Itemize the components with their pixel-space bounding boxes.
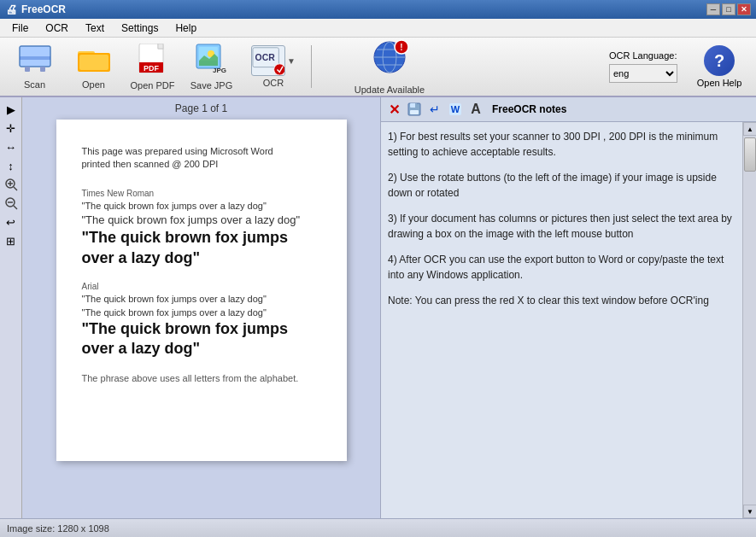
notes-save-button[interactable]	[405, 100, 424, 119]
svg-rect-6	[79, 55, 108, 70]
scan-icon	[18, 44, 52, 78]
help-button[interactable]: ? Open Help	[689, 41, 749, 92]
notes-title: FreeOCR notes	[487, 103, 571, 115]
notes-main: 1) For best results set your scanner to …	[381, 122, 742, 518]
notes-scrollbar[interactable]: ▲ ▼	[742, 122, 756, 518]
save-jpg-icon: JPG	[196, 44, 228, 79]
doc-arial-small2: "The quick brown fox jumps over a lazy d…	[82, 306, 321, 319]
tool-zoom-in[interactable]	[3, 176, 20, 193]
title-left: 🖨 FreeOCR	[5, 3, 66, 16]
doc-times-medium: "The quick brown fox jumps over a lazy d…	[82, 213, 321, 228]
open-pdf-icon: PDF	[138, 44, 168, 79]
notes-item-0: 1) For best results set your scanner to …	[388, 129, 735, 160]
svg-rect-36	[410, 110, 419, 114]
open-folder-icon	[78, 44, 110, 78]
svg-point-18	[274, 64, 284, 75]
svg-rect-3	[40, 67, 45, 72]
open-pdf-label: Open PDF	[131, 80, 175, 90]
menu-bar: File OCR Text Settings Help	[0, 19, 756, 38]
menu-text[interactable]: Text	[77, 20, 113, 36]
doc-font-arial: Arial	[82, 282, 321, 291]
doc-intro: This page was prepared using Microsoft W…	[82, 145, 321, 172]
doc-times-large: "The quick brown fox jumps over a lazy d…	[82, 228, 321, 268]
page-label: Page 1 of 1	[22, 97, 380, 120]
status-text: Image size: 1280 x 1098	[7, 523, 109, 534]
menu-help[interactable]: Help	[167, 20, 205, 36]
ocr-button[interactable]: OCR ▼ OCR	[243, 41, 304, 92]
notes-clear-button[interactable]: ✕	[384, 100, 403, 119]
app-title: FreeOCR	[21, 3, 66, 15]
language-label: OCR Language:	[609, 50, 677, 61]
tool-fit-height[interactable]: ↕	[3, 157, 20, 174]
minimize-button[interactable]: ─	[706, 3, 720, 15]
title-bar: 🖨 FreeOCR ─ □ ✕	[0, 0, 756, 19]
ocr-dropdown-arrow[interactable]: ▼	[287, 56, 296, 66]
notes-word-button[interactable]: W	[446, 100, 465, 119]
save-jpg-button[interactable]: JPG Save JPG	[184, 41, 239, 92]
ocr-icon: OCR	[251, 45, 285, 76]
svg-rect-1	[20, 56, 50, 60]
left-tools: ▶ ✛ ↔ ↕ ↩ ⊞	[0, 97, 22, 518]
scrollbar-thumb[interactable]	[744, 137, 756, 172]
tool-add[interactable]: ✛	[3, 120, 20, 137]
menu-ocr[interactable]: OCR	[37, 20, 77, 36]
notes-export-button[interactable]: ↵	[425, 100, 444, 119]
update-globe-icon: !	[371, 38, 408, 83]
svg-text:OCR: OCR	[255, 53, 276, 62]
help-label: Open Help	[697, 78, 742, 88]
doc-arial-small1: "The quick brown fox jumps over a lazy d…	[82, 293, 321, 306]
language-select[interactable]: eng fra deu spa ita	[609, 64, 677, 83]
tool-grid[interactable]: ⊞	[3, 232, 20, 249]
notes-font-button[interactable]: A	[466, 100, 485, 119]
close-button[interactable]: ✕	[737, 3, 751, 15]
image-panel[interactable]: Page 1 of 1 This page was prepared using…	[22, 97, 380, 518]
save-jpg-label: Save JPG	[190, 80, 233, 90]
svg-rect-2	[25, 67, 30, 72]
svg-rect-9	[158, 44, 163, 49]
svg-text:PDF: PDF	[144, 64, 160, 73]
doc-intro-line2: printed then scanned @ 200 DPI	[82, 159, 219, 169]
doc-arial-large: "The quick brown fox jumps over a lazy d…	[82, 319, 321, 359]
doc-times-small1: "The quick brown fox jumps over a lazy d…	[82, 200, 321, 213]
open-button[interactable]: Open	[66, 41, 121, 92]
scrollbar-down[interactable]: ▼	[743, 505, 756, 518]
doc-section-arial: Arial "The quick brown fox jumps over a …	[82, 282, 321, 359]
tool-fit-width[interactable]: ↔	[3, 138, 20, 155]
svg-rect-35	[415, 103, 417, 108]
doc-phrase: The phrase above uses all letters from t…	[82, 373, 321, 383]
status-bar: Image size: 1280 x 1098	[0, 518, 756, 537]
notes-item-1: 2) Use the rotate buttons (to the left o…	[388, 170, 735, 201]
doc-intro-line1: This page was prepared using Microsoft W…	[82, 146, 273, 156]
svg-line-27	[14, 187, 17, 190]
svg-text:!: !	[400, 43, 402, 52]
open-pdf-button[interactable]: PDF Open PDF	[125, 41, 180, 92]
menu-file[interactable]: File	[3, 20, 37, 36]
notes-item-3: 4) After OCR you can use the export butt…	[388, 252, 735, 283]
tool-zoom-out[interactable]	[3, 195, 20, 212]
notes-item-4: Note: You can press the red X to clear t…	[388, 293, 735, 308]
svg-text:JPG: JPG	[213, 67, 226, 74]
tool-play[interactable]: ▶	[3, 101, 20, 118]
scan-button[interactable]: Scan	[7, 41, 62, 92]
open-label: Open	[82, 79, 105, 90]
notes-content[interactable]: 1) For best results set your scanner to …	[381, 122, 742, 518]
toolbar: Scan Open PDF Open PDF	[0, 38, 756, 97]
help-icon: ?	[704, 45, 735, 76]
svg-line-31	[14, 206, 17, 209]
tool-rotate-left[interactable]: ↩	[3, 213, 20, 231]
scan-label: Scan	[24, 79, 45, 90]
notes-toolbar: ✕ ↵ W A FreeOCR notes	[381, 97, 756, 122]
main-area: ▶ ✛ ↔ ↕ ↩ ⊞ Page 1 of 1 This page w	[0, 97, 756, 518]
title-controls: ─ □ ✕	[706, 3, 751, 15]
doc-section-times: Times New Roman "The quick brown fox jum…	[82, 189, 321, 268]
ocr-label: OCR	[263, 78, 284, 88]
notes-panel: ✕ ↵ W A FreeOCR notes	[380, 97, 756, 518]
document-page: This page was prepared using Microsoft W…	[56, 120, 347, 461]
menu-settings[interactable]: Settings	[113, 20, 167, 36]
update-available-button[interactable]: ! Update Available	[319, 38, 460, 95]
update-label: Update Available	[355, 85, 425, 95]
app-icon: 🖨	[5, 3, 17, 16]
scrollbar-up[interactable]: ▲	[743, 122, 756, 136]
maximize-button[interactable]: □	[722, 3, 735, 15]
notes-panel-inner: 1) For best results set your scanner to …	[381, 122, 756, 518]
